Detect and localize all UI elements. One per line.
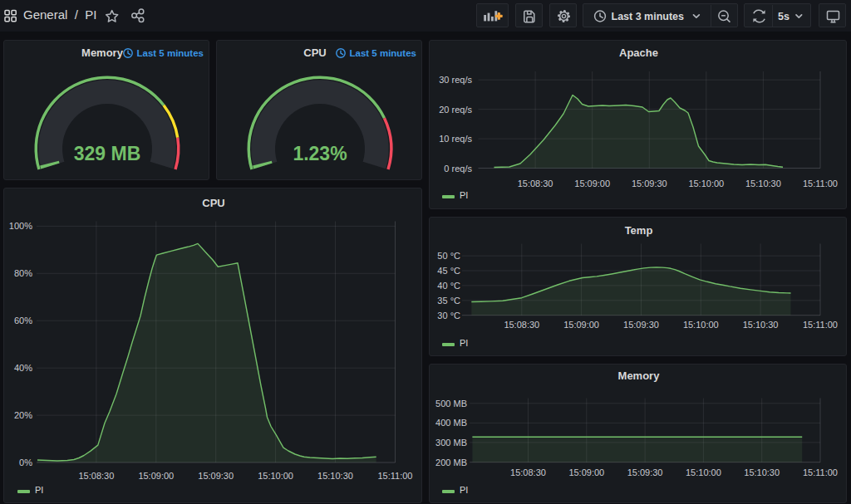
svg-text:0 req/s: 0 req/s [444, 164, 472, 174]
svg-text:10 req/s: 10 req/s [439, 134, 472, 144]
svg-text:15:09:00: 15:09:00 [138, 471, 174, 481]
svg-text:15:10:30: 15:10:30 [743, 319, 779, 329]
svg-text:400 MB: 400 MB [435, 418, 467, 428]
svg-text:45 °C: 45 °C [437, 266, 460, 276]
svg-text:15:08:30: 15:08:30 [78, 471, 114, 481]
svg-text:80%: 80% [14, 268, 32, 278]
svg-text:60%: 60% [14, 316, 32, 325]
svg-text:500 MB: 500 MB [435, 398, 467, 408]
svg-text:15:09:00: 15:09:00 [563, 319, 599, 329]
svg-text:15:10:30: 15:10:30 [317, 471, 353, 481]
svg-text:300 MB: 300 MB [435, 437, 467, 447]
svg-text:15:10:30: 15:10:30 [744, 467, 780, 477]
svg-text:50 °C: 50 °C [437, 251, 460, 261]
svg-text:15:08:30: 15:08:30 [518, 179, 553, 188]
svg-text:30 °C: 30 °C [437, 310, 460, 320]
svg-text:15:11:00: 15:11:00 [803, 467, 838, 477]
svg-text:40 °C: 40 °C [437, 280, 460, 290]
svg-text:15:09:30: 15:09:30 [623, 319, 659, 329]
svg-text:15:10:00: 15:10:00 [688, 179, 724, 188]
svg-text:15:09:00: 15:09:00 [568, 467, 604, 477]
svg-text:15:09:30: 15:09:30 [198, 471, 234, 481]
svg-text:20%: 20% [14, 410, 32, 420]
svg-text:15:08:30: 15:08:30 [510, 467, 546, 477]
svg-text:100%: 100% [9, 221, 32, 231]
svg-text:35 °C: 35 °C [437, 295, 460, 305]
svg-text:15:11:00: 15:11:00 [803, 319, 838, 329]
svg-text:40%: 40% [14, 363, 32, 373]
svg-text:15:10:30: 15:10:30 [745, 179, 781, 188]
svg-text:30 req/s: 30 req/s [439, 75, 472, 85]
svg-text:15:08:30: 15:08:30 [504, 319, 539, 329]
svg-text:15:10:00: 15:10:00 [683, 319, 719, 329]
svg-text:15:09:00: 15:09:00 [574, 179, 610, 188]
svg-text:15:11:00: 15:11:00 [377, 471, 412, 481]
svg-text:0%: 0% [19, 458, 32, 467]
svg-text:15:10:00: 15:10:00 [258, 471, 293, 481]
svg-text:15:10:00: 15:10:00 [686, 467, 721, 477]
svg-text:15:09:30: 15:09:30 [627, 467, 663, 477]
svg-text:15:09:30: 15:09:30 [632, 179, 667, 188]
svg-text:20 req/s: 20 req/s [439, 105, 472, 115]
svg-text:200 MB: 200 MB [435, 457, 467, 467]
svg-text:15:11:00: 15:11:00 [803, 179, 838, 188]
